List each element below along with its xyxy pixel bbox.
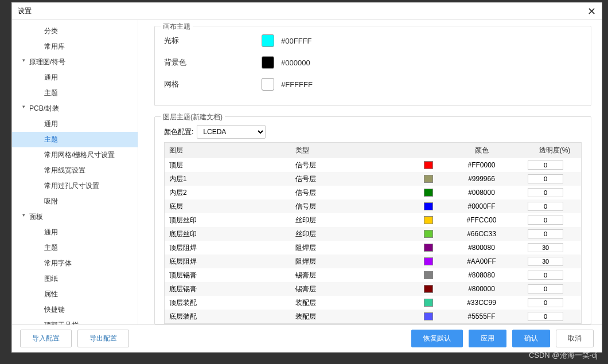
table-row: 底层锡膏锡膏层#800000 (165, 282, 581, 296)
color-config-select[interactable]: LCEDA (197, 125, 266, 139)
sidebar-item-13[interactable]: 通用 (12, 225, 138, 240)
opacity-input[interactable] (528, 229, 563, 238)
cell-type: 信号层 (291, 201, 417, 213)
color-swatch[interactable] (424, 285, 433, 293)
color-swatch[interactable] (262, 56, 274, 69)
color-swatch[interactable] (424, 189, 433, 197)
table-row: 底层丝印丝印层#66CC33 (165, 227, 581, 241)
cell-hex: #66CC33 (440, 229, 523, 239)
table-row: 内层1信号层#999966 (165, 172, 581, 186)
canvas-row-label: 光标 (164, 36, 262, 46)
sidebar-item-8[interactable]: 常用网格/栅格尺寸设置 (12, 147, 138, 163)
table-row: 顶层锡膏锡膏层#808080 (165, 268, 581, 282)
canvas-row-2: 网格#FFFFFF (164, 78, 582, 91)
table-row: 底层阻焊阻焊层#AA00FF (165, 255, 581, 268)
hdr-color: 颜色 (440, 143, 523, 158)
cancel-button[interactable]: 取消 (556, 330, 594, 347)
sidebar-item-6[interactable]: 通用 (12, 116, 138, 132)
sidebar-item-3[interactable]: 通用 (12, 70, 138, 85)
cell-hex: #800080 (440, 242, 523, 253)
settings-dialog: 设置 ✕ 分类常用库原理图/符号通用主题PCB/封装通用主题常用网格/栅格尺寸设… (11, 2, 602, 353)
sidebar-item-16[interactable]: 图纸 (12, 271, 138, 287)
opacity-input[interactable] (528, 161, 563, 170)
cell-layer: 顶层丝印 (165, 214, 291, 226)
canvas-row-label: 网格 (164, 79, 262, 89)
opacity-input[interactable] (528, 298, 563, 307)
color-swatch[interactable] (424, 161, 433, 169)
canvas-row-1: 背景色#000000 (164, 56, 582, 69)
cell-hex: #AA00FF (440, 256, 523, 267)
sidebar-item-14[interactable]: 主题 (12, 240, 138, 256)
table-row: 底层信号层#0000FF (165, 199, 581, 213)
footer: 导入配置 导出配置 恢复默认 应用 确认 取消 (12, 324, 602, 352)
cell-hex: #5555FF (440, 311, 523, 322)
sidebar-item-19[interactable]: 顶部工具栏 (12, 318, 138, 324)
content-pane: 画布主题 光标#00FFFF背景色#000000网格#FFFFFF 图层主题(新… (138, 20, 602, 324)
cell-hex: #800000 (440, 284, 523, 294)
dialog-body: 分类常用库原理图/符号通用主题PCB/封装通用主题常用网格/栅格尺寸设置常用线宽… (12, 20, 602, 324)
cell-layer: 底层装配 (165, 311, 291, 323)
cell-layer: 底层阻焊 (165, 256, 291, 268)
opacity-input[interactable] (528, 271, 563, 280)
sidebar-item-1[interactable]: 常用库 (12, 39, 138, 54)
opacity-input[interactable] (528, 243, 563, 252)
sidebar-item-0[interactable]: 分类 (12, 24, 138, 39)
layer-table: 图层 类型 颜色 透明度(%) 顶层信号层#FF0000内层1信号层#99996… (164, 142, 582, 324)
color-swatch[interactable] (424, 271, 433, 279)
sidebar-item-2[interactable]: 原理图/符号 (12, 54, 138, 70)
table-row: 顶层信号层#FF0000 (165, 158, 581, 172)
sidebar-item-12[interactable]: 面板 (12, 209, 138, 225)
sidebar-item-7[interactable]: 主题 (12, 132, 138, 147)
cell-hex: #FFCC00 (440, 215, 523, 225)
color-swatch[interactable] (424, 216, 433, 224)
sidebar-item-9[interactable]: 常用线宽设置 (12, 163, 138, 178)
opacity-input[interactable] (528, 188, 563, 197)
sidebar-item-11[interactable]: 吸附 (12, 194, 138, 209)
cell-hex: #808080 (440, 270, 523, 280)
color-swatch[interactable] (424, 175, 433, 183)
color-swatch[interactable] (424, 312, 433, 320)
restore-default-button[interactable]: 恢复默认 (411, 330, 463, 347)
layer-theme-fieldset: 图层主题(新建文档) 颜色配置: LCEDA 图层 类型 颜色 透明度(%) (154, 116, 591, 324)
import-config-button[interactable]: 导入配置 (20, 330, 72, 347)
table-row: 内层2信号层#008000 (165, 186, 581, 199)
apply-button[interactable]: 应用 (469, 330, 506, 347)
cell-type: 阻焊层 (291, 242, 417, 254)
opacity-input[interactable] (528, 257, 563, 266)
close-icon[interactable]: ✕ (587, 5, 596, 18)
sidebar-item-17[interactable]: 属性 (12, 287, 138, 302)
table-row: 底层装配装配层#5555FF (165, 310, 581, 323)
cell-hex: #0000FF (440, 201, 523, 212)
cell-layer: 内层1 (165, 173, 291, 185)
sidebar-item-4[interactable]: 主题 (12, 85, 138, 101)
cell-type: 丝印层 (291, 228, 417, 240)
table-header: 图层 类型 颜色 透明度(%) (165, 143, 581, 158)
sidebar-item-18[interactable]: 快捷键 (12, 302, 138, 318)
canvas-row-label: 背景色 (164, 57, 262, 68)
sidebar-item-5[interactable]: PCB/封装 (12, 101, 138, 116)
sidebar-item-15[interactable]: 常用字体 (12, 256, 138, 271)
color-swatch[interactable] (424, 244, 433, 252)
sidebar[interactable]: 分类常用库原理图/符号通用主题PCB/封装通用主题常用网格/栅格尺寸设置常用线宽… (12, 20, 138, 324)
cell-layer: 内层2 (165, 187, 291, 199)
color-swatch[interactable] (424, 230, 433, 238)
export-config-button[interactable]: 导出配置 (77, 330, 129, 347)
color-swatch[interactable] (424, 202, 433, 210)
opacity-input[interactable] (528, 202, 563, 211)
cell-layer: 底层锡膏 (165, 283, 291, 295)
color-swatch[interactable] (262, 34, 274, 47)
opacity-input[interactable] (528, 284, 563, 293)
cell-layer: 底层丝印 (165, 228, 291, 240)
opacity-input[interactable] (528, 174, 563, 183)
opacity-input[interactable] (528, 216, 563, 225)
ok-button[interactable]: 确认 (512, 330, 550, 347)
color-swatch[interactable] (424, 299, 433, 307)
cell-layer: 底层 (165, 201, 291, 213)
sidebar-item-10[interactable]: 常用过孔尺寸设置 (12, 178, 138, 194)
color-swatch[interactable] (262, 78, 274, 91)
cell-hex: #FF0000 (440, 160, 523, 170)
cell-hex: #008000 (440, 187, 523, 198)
opacity-input[interactable] (528, 312, 563, 321)
color-swatch[interactable] (424, 257, 433, 265)
canvas-theme-title: 画布主题 (161, 22, 193, 32)
